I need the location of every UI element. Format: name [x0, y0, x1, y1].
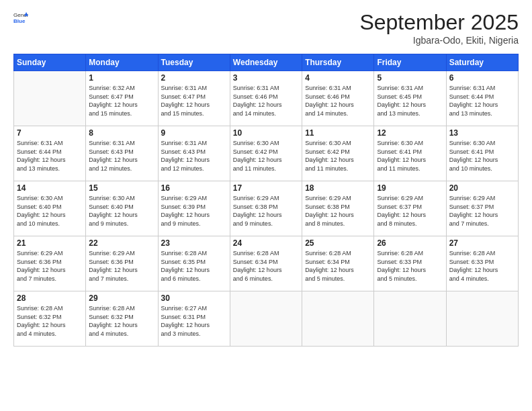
table-row: 25Sunrise: 6:28 AM Sunset: 6:34 PM Dayli…: [302, 236, 374, 291]
table-row: 5Sunrise: 6:31 AM Sunset: 6:45 PM Daylig…: [374, 71, 446, 126]
day-number: 3: [233, 73, 299, 83]
table-row: 26Sunrise: 6:28 AM Sunset: 6:33 PM Dayli…: [374, 236, 446, 291]
day-info: Sunrise: 6:30 AM Sunset: 6:41 PM Dayligh…: [377, 139, 443, 173]
table-row: 20Sunrise: 6:29 AM Sunset: 6:37 PM Dayli…: [446, 181, 518, 236]
day-number: 8: [89, 128, 154, 138]
day-number: 13: [449, 128, 515, 138]
day-number: 23: [161, 238, 227, 248]
day-number: 28: [17, 293, 83, 303]
table-row: [302, 291, 374, 347]
day-number: 14: [17, 183, 83, 193]
table-row: 11Sunrise: 6:30 AM Sunset: 6:42 PM Dayli…: [302, 126, 374, 181]
day-number: 22: [89, 238, 154, 248]
day-info: Sunrise: 6:32 AM Sunset: 6:47 PM Dayligh…: [89, 84, 154, 118]
day-number: 20: [449, 183, 515, 193]
day-info: Sunrise: 6:31 AM Sunset: 6:47 PM Dayligh…: [161, 84, 227, 118]
day-info: Sunrise: 6:28 AM Sunset: 6:35 PM Dayligh…: [161, 249, 227, 283]
col-wednesday: Wednesday: [230, 54, 302, 71]
table-row: 9Sunrise: 6:31 AM Sunset: 6:43 PM Daylig…: [158, 126, 230, 181]
table-row: 21Sunrise: 6:29 AM Sunset: 6:36 PM Dayli…: [14, 236, 86, 291]
day-number: 4: [305, 73, 371, 83]
day-number: 26: [377, 238, 443, 248]
table-row: 10Sunrise: 6:30 AM Sunset: 6:42 PM Dayli…: [230, 126, 302, 181]
day-info: Sunrise: 6:30 AM Sunset: 6:42 PM Dayligh…: [233, 139, 299, 173]
table-row: 12Sunrise: 6:30 AM Sunset: 6:41 PM Dayli…: [374, 126, 446, 181]
day-number: 7: [17, 128, 83, 138]
day-info: Sunrise: 6:30 AM Sunset: 6:41 PM Dayligh…: [449, 139, 515, 173]
day-info: Sunrise: 6:28 AM Sunset: 6:32 PM Dayligh…: [17, 304, 83, 338]
col-thursday: Thursday: [302, 54, 374, 71]
table-row: 7Sunrise: 6:31 AM Sunset: 6:44 PM Daylig…: [14, 126, 86, 181]
day-number: 30: [161, 293, 227, 303]
table-row: [14, 71, 86, 126]
day-number: 10: [233, 128, 299, 138]
table-row: 13Sunrise: 6:30 AM Sunset: 6:41 PM Dayli…: [446, 126, 518, 181]
day-info: Sunrise: 6:27 AM Sunset: 6:31 PM Dayligh…: [161, 304, 227, 338]
day-number: 15: [89, 183, 154, 193]
table-row: 17Sunrise: 6:29 AM Sunset: 6:38 PM Dayli…: [230, 181, 302, 236]
col-sunday: Sunday: [14, 54, 86, 71]
calendar-header-row: Sunday Monday Tuesday Wednesday Thursday…: [14, 54, 519, 71]
table-row: 1Sunrise: 6:32 AM Sunset: 6:47 PM Daylig…: [86, 71, 158, 126]
day-number: 2: [161, 73, 227, 83]
day-info: Sunrise: 6:29 AM Sunset: 6:38 PM Dayligh…: [305, 194, 371, 228]
day-info: Sunrise: 6:28 AM Sunset: 6:34 PM Dayligh…: [233, 249, 299, 283]
table-row: 28Sunrise: 6:28 AM Sunset: 6:32 PM Dayli…: [14, 291, 86, 347]
day-number: 18: [305, 183, 371, 193]
day-number: 16: [161, 183, 227, 193]
day-number: 24: [233, 238, 299, 248]
calendar-table: Sunday Monday Tuesday Wednesday Thursday…: [13, 54, 519, 347]
logo: General Blue: [13, 10, 28, 25]
day-info: Sunrise: 6:31 AM Sunset: 6:43 PM Dayligh…: [89, 139, 154, 173]
logo-icon: General Blue: [13, 10, 28, 25]
day-number: 6: [449, 73, 515, 83]
day-info: Sunrise: 6:29 AM Sunset: 6:38 PM Dayligh…: [233, 194, 299, 228]
table-row: 8Sunrise: 6:31 AM Sunset: 6:43 PM Daylig…: [86, 126, 158, 181]
day-info: Sunrise: 6:30 AM Sunset: 6:40 PM Dayligh…: [89, 194, 154, 228]
table-row: 27Sunrise: 6:28 AM Sunset: 6:33 PM Dayli…: [446, 236, 518, 291]
day-info: Sunrise: 6:29 AM Sunset: 6:37 PM Dayligh…: [449, 194, 515, 228]
day-info: Sunrise: 6:30 AM Sunset: 6:40 PM Dayligh…: [17, 194, 83, 228]
day-number: 25: [305, 238, 371, 248]
table-row: 23Sunrise: 6:28 AM Sunset: 6:35 PM Dayli…: [158, 236, 230, 291]
table-row: 2Sunrise: 6:31 AM Sunset: 6:47 PM Daylig…: [158, 71, 230, 126]
table-row: [374, 291, 446, 347]
day-number: 17: [233, 183, 299, 193]
day-info: Sunrise: 6:29 AM Sunset: 6:36 PM Dayligh…: [17, 249, 83, 283]
day-info: Sunrise: 6:29 AM Sunset: 6:37 PM Dayligh…: [377, 194, 443, 228]
day-info: Sunrise: 6:28 AM Sunset: 6:33 PM Dayligh…: [377, 249, 443, 283]
table-row: 3Sunrise: 6:31 AM Sunset: 6:46 PM Daylig…: [230, 71, 302, 126]
table-row: 29Sunrise: 6:28 AM Sunset: 6:32 PM Dayli…: [86, 291, 158, 347]
day-info: Sunrise: 6:29 AM Sunset: 6:36 PM Dayligh…: [89, 249, 154, 283]
day-info: Sunrise: 6:31 AM Sunset: 6:46 PM Dayligh…: [305, 84, 371, 118]
day-number: 19: [377, 183, 443, 193]
day-info: Sunrise: 6:29 AM Sunset: 6:39 PM Dayligh…: [161, 194, 227, 228]
day-info: Sunrise: 6:31 AM Sunset: 6:46 PM Dayligh…: [233, 84, 299, 118]
day-number: 27: [449, 238, 515, 248]
table-row: 16Sunrise: 6:29 AM Sunset: 6:39 PM Dayli…: [158, 181, 230, 236]
svg-text:Blue: Blue: [13, 18, 26, 24]
col-tuesday: Tuesday: [158, 54, 230, 71]
month-title: September 2025: [359, 10, 519, 35]
table-row: 19Sunrise: 6:29 AM Sunset: 6:37 PM Dayli…: [374, 181, 446, 236]
table-row: [446, 291, 518, 347]
table-row: 14Sunrise: 6:30 AM Sunset: 6:40 PM Dayli…: [14, 181, 86, 236]
day-info: Sunrise: 6:30 AM Sunset: 6:42 PM Dayligh…: [305, 139, 371, 173]
day-info: Sunrise: 6:28 AM Sunset: 6:33 PM Dayligh…: [449, 249, 515, 283]
page-header: General Blue September 2025 Igbara-Odo, …: [13, 10, 519, 46]
day-number: 11: [305, 128, 371, 138]
col-friday: Friday: [374, 54, 446, 71]
day-info: Sunrise: 6:31 AM Sunset: 6:45 PM Dayligh…: [377, 84, 443, 118]
day-number: 1: [89, 73, 154, 83]
day-info: Sunrise: 6:31 AM Sunset: 6:43 PM Dayligh…: [161, 139, 227, 173]
day-number: 21: [17, 238, 83, 248]
table-row: 15Sunrise: 6:30 AM Sunset: 6:40 PM Dayli…: [86, 181, 158, 236]
day-number: 5: [377, 73, 443, 83]
day-info: Sunrise: 6:31 AM Sunset: 6:44 PM Dayligh…: [449, 84, 515, 118]
day-number: 12: [377, 128, 443, 138]
title-block: September 2025 Igbara-Odo, Ekiti, Nigeri…: [359, 10, 519, 46]
day-info: Sunrise: 6:28 AM Sunset: 6:34 PM Dayligh…: [305, 249, 371, 283]
col-saturday: Saturday: [446, 54, 518, 71]
day-number: 9: [161, 128, 227, 138]
day-info: Sunrise: 6:28 AM Sunset: 6:32 PM Dayligh…: [89, 304, 154, 338]
